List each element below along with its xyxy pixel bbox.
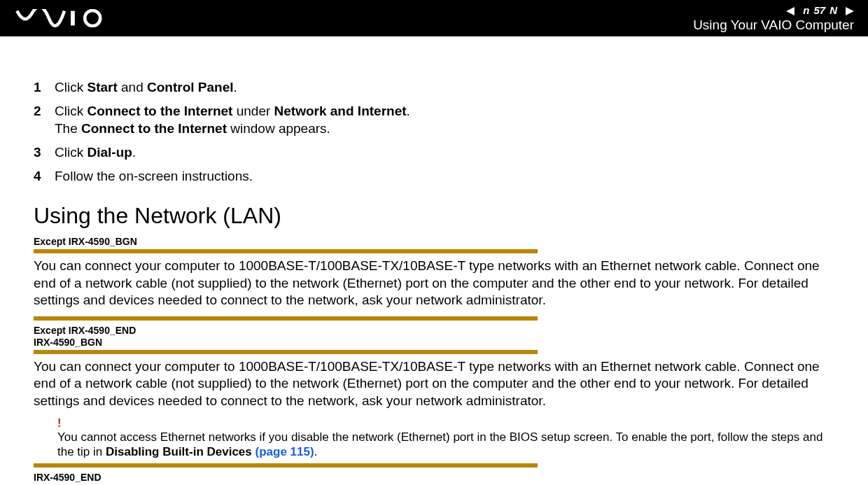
lan-paragraph-2: You can connect your computer to 1000BAS… <box>34 358 834 410</box>
n-letter-left: n <box>803 5 809 17</box>
header-bar: n 57 N Using Your VAIO Computer <box>0 0 868 36</box>
prev-page-arrow[interactable] <box>786 7 799 15</box>
svg-rect-0 <box>71 11 75 26</box>
section-heading: Using the Network (LAN) <box>34 203 834 229</box>
step-item: 1 Click Start and Control Panel. <box>34 78 834 97</box>
gold-rule <box>34 249 538 253</box>
step-body: Click Connect to the Internet under Netw… <box>55 102 834 138</box>
svg-marker-3 <box>846 7 854 15</box>
step-item: 3 Click Dial-up. <box>34 143 834 162</box>
svg-point-1 <box>85 10 100 26</box>
step-body: Click Dial-up. <box>55 143 834 162</box>
step-number: 2 <box>34 102 55 120</box>
page-link[interactable]: (page 115) <box>255 445 314 458</box>
step-number: 4 <box>34 167 55 185</box>
svg-marker-2 <box>786 7 794 15</box>
step-body: Click Start and Control Panel. <box>55 78 834 97</box>
content: 1 Click Start and Control Panel. 2 Click… <box>0 36 868 484</box>
gold-rule <box>34 316 538 321</box>
step-body: Follow the on-screen instructions. <box>55 167 834 185</box>
n-letter-right: N <box>830 5 837 17</box>
caution-note: ! You cannot access Ethernet networks if… <box>57 417 834 460</box>
gold-rule <box>34 350 538 354</box>
next-page-arrow[interactable] <box>841 7 854 15</box>
step-item: 2 Click Connect to the Internet under Ne… <box>34 102 834 138</box>
nav-arrows: n 57 N <box>693 5 854 17</box>
model-tag: Except IRX-4590_BGN <box>34 236 834 248</box>
gold-rule <box>34 463 538 468</box>
step-list: 1 Click Start and Control Panel. 2 Click… <box>34 78 834 185</box>
note-text: You cannot access Ethernet networks if y… <box>57 430 834 460</box>
step-number: 3 <box>34 143 55 162</box>
header-right: n 57 N Using Your VAIO Computer <box>693 3 854 32</box>
lan-paragraph-1: You can connect your computer to 1000BAS… <box>34 258 834 309</box>
step-number: 1 <box>34 78 55 97</box>
header-subtitle: Using Your VAIO Computer <box>693 18 854 33</box>
step-item: 4 Follow the on-screen instructions. <box>34 167 834 185</box>
model-tag: IRX-4590_END <box>34 472 834 484</box>
vaio-logo <box>13 9 111 27</box>
bang-icon: ! <box>57 417 834 430</box>
model-tag: Except IRX-4590_END IRX-4590_BGN <box>34 325 834 349</box>
page-number: 57 <box>813 5 825 17</box>
